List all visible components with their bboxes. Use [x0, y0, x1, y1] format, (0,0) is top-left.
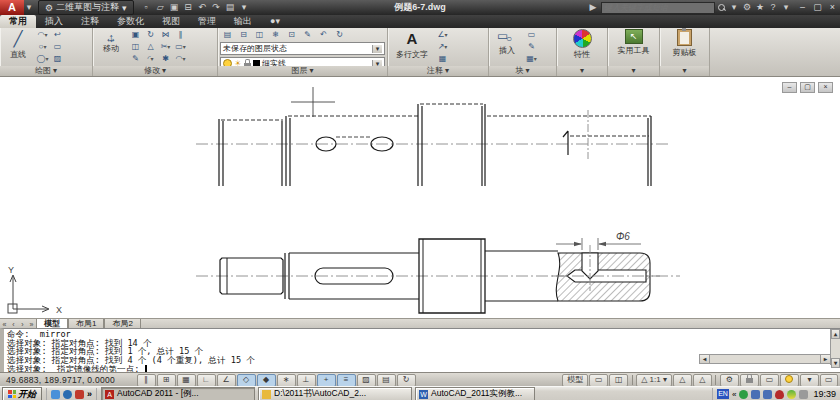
- grid-toggle[interactable]: ▦: [177, 374, 196, 387]
- new-file-icon[interactable]: ▫: [140, 0, 153, 15]
- fillet-tool[interactable]: ◜▾: [143, 53, 158, 65]
- redo-icon[interactable]: ↷: [210, 0, 223, 15]
- edit-block-tool[interactable]: ✎: [524, 41, 539, 53]
- show-desktop-icon[interactable]: [51, 390, 60, 399]
- osnap-toggle[interactable]: ◇: [237, 374, 256, 387]
- browser-icon[interactable]: [63, 390, 72, 399]
- search-dropdown-icon[interactable]: ▾: [729, 0, 739, 15]
- save-icon[interactable]: ▣: [168, 0, 181, 15]
- panel-label-properties[interactable]: ▾: [557, 66, 607, 76]
- layer-more-icon[interactable]: ↻: [332, 29, 347, 41]
- print-icon[interactable]: ▤: [224, 0, 237, 15]
- lineweight-toggle[interactable]: ≡: [337, 374, 356, 387]
- table-tool[interactable]: ▦: [435, 53, 450, 65]
- layer-freeze-icon[interactable]: ❄: [268, 29, 283, 41]
- scale-tool[interactable]: △: [143, 41, 158, 53]
- tray-network-icon[interactable]: [751, 390, 760, 399]
- move-button[interactable]: 移动: [95, 29, 127, 66]
- trim-tool[interactable]: ✂▾: [158, 41, 173, 53]
- properties-icon[interactable]: [573, 29, 592, 48]
- minimize-icon[interactable]: –: [795, 0, 810, 15]
- panel-label-layers[interactable]: 图层 ▾: [218, 66, 387, 76]
- ducs-toggle[interactable]: ⊥: [297, 374, 316, 387]
- layer-match-icon[interactable]: ✎: [300, 29, 315, 41]
- selection-cycling-toggle[interactable]: ↻: [397, 374, 416, 387]
- restore-icon[interactable]: ▢: [810, 0, 825, 15]
- tab-view[interactable]: 视图: [153, 15, 189, 28]
- snap-toggle[interactable]: ⊞: [157, 374, 176, 387]
- layer-prev-icon[interactable]: ↶: [316, 29, 331, 41]
- ellipse-tool[interactable]: ◯▾: [35, 53, 50, 65]
- quick-view-drawings-icon[interactable]: ◫: [609, 374, 628, 387]
- erase-tool[interactable]: ✎: [128, 53, 143, 65]
- quick-view-layouts-icon[interactable]: ▭: [589, 374, 608, 387]
- favorites-star-icon[interactable]: ★: [755, 0, 765, 15]
- leader-tool[interactable]: ↗▾: [435, 41, 450, 53]
- infer-constraints-toggle[interactable]: ∥: [137, 374, 156, 387]
- next-tab-icon[interactable]: ›: [18, 321, 27, 328]
- annotation-visibility-icon[interactable]: △: [673, 374, 692, 387]
- taskbar-task-document[interactable]: W AutoCAD_2011实例教...: [415, 387, 535, 400]
- search-play-icon[interactable]: ▶: [588, 0, 598, 15]
- layer-state-dropdown[interactable]: 未保存的图层状态 ▾: [220, 42, 385, 55]
- copy-tool[interactable]: ▣: [128, 29, 143, 41]
- rectangle-tool[interactable]: ▭: [50, 41, 65, 53]
- media-player-icon[interactable]: [75, 390, 84, 399]
- stretch-tool[interactable]: ◫: [128, 41, 143, 53]
- drawing-canvas[interactable]: Φ6 Y X – ▢ ×: [0, 76, 840, 319]
- coordinates-readout[interactable]: 49.6883, 189.9717, 0.0000: [0, 375, 136, 385]
- plot-icon[interactable]: ⊟: [182, 0, 195, 15]
- offset-tool[interactable]: ∥: [173, 29, 188, 41]
- start-button[interactable]: 开始: [2, 387, 42, 400]
- explode-tool[interactable]: ✱: [158, 53, 173, 65]
- command-window[interactable]: 命令: mirror 选择对象: 指定对角点: 找到 14 个 选择对象: 指定…: [0, 328, 840, 372]
- doc-close-icon[interactable]: ×: [818, 82, 833, 93]
- status-bulb-icon[interactable]: [780, 374, 799, 387]
- tab-output[interactable]: 输出: [225, 15, 261, 28]
- tray-collapse-icon[interactable]: «: [732, 390, 736, 399]
- taskbar-task-autocad[interactable]: A AutoCAD 2011 - [例...: [101, 387, 255, 400]
- insert-block-button[interactable]: 插入: [491, 29, 523, 66]
- clipboard-icon[interactable]: [677, 29, 692, 46]
- subscription-icon[interactable]: ⚙: [742, 0, 752, 15]
- tab-insert[interactable]: 插入: [36, 15, 72, 28]
- autoscale-icon[interactable]: △: [693, 374, 712, 387]
- language-indicator[interactable]: EN: [717, 389, 729, 399]
- transparency-toggle[interactable]: ▨: [357, 374, 376, 387]
- tray-network2-icon[interactable]: [763, 390, 772, 399]
- create-block-tool[interactable]: ▭: [524, 29, 539, 41]
- clipboard-label[interactable]: 剪贴板: [673, 47, 697, 58]
- search-input[interactable]: [601, 2, 715, 14]
- panel-label-draw[interactable]: 绘图 ▾: [0, 66, 92, 76]
- tray-messenger-icon[interactable]: [739, 390, 748, 399]
- app-menu-button[interactable]: A: [0, 0, 24, 15]
- clean-screen-button[interactable]: ▭: [820, 374, 838, 387]
- workspace-switcher[interactable]: ⚙ 二维草图与注释 ▾: [38, 0, 134, 15]
- search-icon[interactable]: [718, 4, 726, 12]
- dimension-tool[interactable]: ∠▾: [435, 29, 450, 41]
- otrack-toggle[interactable]: ∗: [277, 374, 296, 387]
- array-tool[interactable]: ▭▾: [173, 41, 188, 53]
- quick-properties-toggle[interactable]: ▤: [377, 374, 396, 387]
- panel-label-utilities[interactable]: ▾: [608, 66, 659, 76]
- arc-tool[interactable]: ◠▾: [35, 29, 50, 41]
- last-tab-icon[interactable]: »: [27, 321, 36, 328]
- layer-properties-icon[interactable]: ▤: [220, 29, 235, 41]
- mirror-tool[interactable]: ⋈: [158, 29, 173, 41]
- line-button[interactable]: ╱ 直线: [2, 29, 34, 66]
- app-menu-arrow-icon[interactable]: ▾: [24, 0, 34, 15]
- osnap3d-toggle[interactable]: ◆: [257, 374, 276, 387]
- ortho-toggle[interactable]: ∟: [197, 374, 216, 387]
- qat-dropdown-icon[interactable]: ▾: [238, 0, 251, 15]
- layer-isolate-icon[interactable]: ◫: [252, 29, 267, 41]
- circle-tool[interactable]: ○▾: [35, 41, 50, 53]
- panel-label-clipboard[interactable]: ▾: [660, 66, 709, 76]
- polar-toggle[interactable]: ∠: [217, 374, 236, 387]
- prev-tab-icon[interactable]: ‹: [9, 321, 18, 328]
- panel-label-block[interactable]: 块 ▾: [489, 66, 556, 76]
- rotate-tool[interactable]: ↻: [143, 29, 158, 41]
- layer-lock-icon[interactable]: ⊡: [284, 29, 299, 41]
- polyline-tool[interactable]: ↩: [50, 29, 65, 41]
- tab-parametric[interactable]: 参数化: [108, 15, 153, 28]
- quick-launch-more-icon[interactable]: »: [87, 389, 92, 399]
